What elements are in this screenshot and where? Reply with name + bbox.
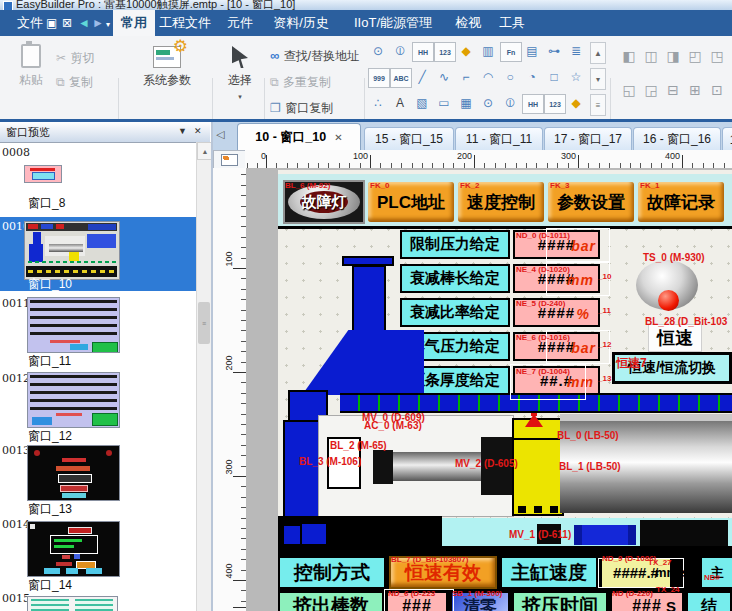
object-icon-text[interactable]: A xyxy=(390,94,410,112)
object-icon-grid[interactable]: ▦ xyxy=(456,94,476,112)
panel-dropdown-icon[interactable]: ▼ xyxy=(178,126,187,136)
object-icon-macro2[interactable]: ◆ xyxy=(566,94,586,112)
param-label-rod-length[interactable]: 衰减棒长给定 xyxy=(400,264,510,293)
object-icon-list[interactable]: ≣ xyxy=(566,42,586,60)
same-size-icon[interactable]: ⊡ xyxy=(708,82,726,98)
object-icon-slider[interactable]: ⊶ xyxy=(544,42,564,60)
right-cut-box-row2[interactable]: 结 xyxy=(686,591,732,611)
object-icon-999[interactable]: 999 xyxy=(368,68,390,88)
window-thumbnail-8[interactable] xyxy=(24,165,62,183)
object-scroll-down-button[interactable]: ▾ xyxy=(590,68,606,90)
object-icon-lamp2[interactable]: ⦶ xyxy=(500,94,520,112)
align-left-icon[interactable]: ◧ xyxy=(620,48,638,64)
object-icon-ascii[interactable]: ABC xyxy=(390,68,412,88)
object-icon-picture[interactable]: ▧ xyxy=(412,94,432,112)
control-mode-label[interactable]: 控制方式 xyxy=(278,556,386,589)
object-icon-polyline[interactable]: ⌐ xyxy=(456,68,476,86)
menu-tab-view[interactable]: 检视 xyxy=(446,10,490,36)
window-thumbnail-11[interactable] xyxy=(27,297,120,353)
object-icon-function[interactable]: Fn xyxy=(500,42,522,62)
window-copy-button[interactable]: ❐ 窗口复制 xyxy=(270,98,333,117)
menu-tab-objects[interactable]: 元件 xyxy=(218,10,262,36)
object-icon-window[interactable]: ▤ xyxy=(522,42,542,60)
object-icon-option-list[interactable]: ▥ xyxy=(478,42,498,60)
object-icon-frame[interactable]: ▭ xyxy=(434,94,454,112)
cut-button[interactable]: ✂ 剪切 xyxy=(56,48,95,67)
object-icon-word-lamp2[interactable]: HH xyxy=(522,94,544,114)
align-top-icon[interactable]: ◰ xyxy=(686,48,704,64)
object-icon-arc[interactable]: ◠ xyxy=(478,68,498,86)
select-button[interactable]: 选择 ▾ xyxy=(220,46,260,101)
window-thumbnail-14[interactable] xyxy=(27,521,120,577)
menu-tab-iiot-energy[interactable]: IIoT/能源管理 xyxy=(340,10,446,36)
align-right-icon[interactable]: ◨ xyxy=(664,48,682,64)
main-cylinder-speed-label[interactable]: 主缸速度 xyxy=(500,556,598,589)
window-label[interactable]: 窗口_14 xyxy=(28,577,72,594)
panel-close-icon[interactable]: ✕ xyxy=(194,126,202,136)
speed-state-text[interactable]: 恒速 xyxy=(648,324,702,352)
window-item-10-selected[interactable]: 0010 窗口_10 xyxy=(0,217,196,291)
object-icon-circle[interactable]: ○ xyxy=(500,68,520,86)
object-icon-lamp[interactable]: ⦶ xyxy=(390,42,410,60)
rod-count-label[interactable]: 挤出棒数 xyxy=(278,591,384,611)
tab-nav-left-icon[interactable]: ◁ xyxy=(216,128,224,141)
window-thumbnail-13[interactable] xyxy=(27,445,120,501)
tab-window-11[interactable]: 11 - 窗口_11 xyxy=(455,127,543,151)
tab-window-15[interactable]: 15 - 窗口_15 xyxy=(364,127,454,151)
object-scroll-up-button[interactable]: ▲ xyxy=(590,42,606,64)
object-scroll-more-button[interactable]: ≡ xyxy=(590,94,606,116)
object-icon-bulb2[interactable]: ⊙ xyxy=(478,94,498,112)
undo-icon[interactable]: ◄ xyxy=(78,17,90,29)
export-icon[interactable]: ⊠ xyxy=(62,17,72,29)
tab-window-10[interactable]: 10 - 窗口_10 ✕ xyxy=(237,123,361,151)
tab-close-icon[interactable]: ✕ xyxy=(334,132,342,143)
multi-copy-button[interactable]: ⧉ 多重复制 xyxy=(270,72,331,91)
same-height-icon[interactable]: ⊞ xyxy=(686,82,704,98)
window-thumbnail-15[interactable] xyxy=(27,596,118,611)
panel-scrollbar[interactable]: ▲ ≡ xyxy=(196,142,212,611)
system-parameters-button[interactable]: ⚙ 系统参数 xyxy=(130,46,204,89)
machine-piston-head[interactable] xyxy=(373,450,393,484)
press-time-label[interactable]: 挤压时间 xyxy=(512,591,608,611)
menu-tab-data-history[interactable]: 资料/历史 xyxy=(262,10,340,36)
object-icon-bulb[interactable]: ⊙ xyxy=(368,42,388,60)
object-icon-rectangle[interactable]: □ xyxy=(544,68,564,86)
object-icon-numeric2[interactable]: 123 xyxy=(544,94,566,114)
tab-window-next[interactable]: 1 xyxy=(722,127,732,151)
find-replace-button[interactable]: ∞ 查找/替换地址 xyxy=(270,46,359,65)
object-icon-wave[interactable]: ∿ xyxy=(434,68,454,86)
menu-tab-tools[interactable]: 工具 xyxy=(490,10,534,36)
same-width-icon[interactable]: ⊟ xyxy=(664,82,682,98)
object-icon-line[interactable]: ╱ xyxy=(412,68,432,86)
object-icon-numeric[interactable]: 123 xyxy=(434,42,456,62)
param-label-limit-pressure[interactable]: 限制压力给定 xyxy=(400,230,510,259)
object-icon-dots[interactable]: ∴ xyxy=(368,94,388,112)
outfeed-roller[interactable] xyxy=(574,525,636,545)
scrollbar-thumb[interactable]: ≡ xyxy=(198,302,210,344)
object-icon-macro[interactable]: ◆ xyxy=(456,42,476,60)
quickbar-more-icon[interactable]: ▾ xyxy=(106,19,110,31)
paste-button[interactable]: 粘贴 xyxy=(8,44,54,89)
window-thumbnail-10[interactable] xyxy=(24,221,120,280)
align-center-icon[interactable]: ◫ xyxy=(642,48,660,64)
tab-window-17[interactable]: 17 - 窗口_17 xyxy=(544,127,632,151)
distribute-icon[interactable]: ◲ xyxy=(642,82,660,98)
object-icon-pie[interactable]: ◔ xyxy=(522,68,542,86)
window-label[interactable]: 窗口_13 xyxy=(28,501,72,518)
align-middle-icon[interactable]: ◳ xyxy=(708,48,726,64)
design-canvas[interactable]: 故障灯 BL_6 (M-92) PLC地址 FK_0 速度控制 FK_2 参数设… xyxy=(246,168,732,611)
machine-conveyor[interactable] xyxy=(340,393,732,413)
menu-tab-project[interactable]: 工程文件 xyxy=(152,10,218,36)
window-thumbnail-12[interactable] xyxy=(27,372,120,428)
save-icon[interactable]: ▣ xyxy=(46,17,57,29)
redo-icon[interactable]: ► xyxy=(92,17,104,29)
align-bottom-icon[interactable]: ◱ xyxy=(620,82,638,98)
window-label[interactable]: 窗口_10 xyxy=(28,276,72,293)
window-label[interactable]: 窗口_11 xyxy=(28,353,71,370)
machine-chimney[interactable] xyxy=(352,265,386,337)
object-icon-word-lamp[interactable]: HH xyxy=(412,42,434,62)
window-label[interactable]: 窗口_12 xyxy=(28,428,72,445)
select-dropdown-icon[interactable]: ▾ xyxy=(238,93,242,101)
window-label[interactable]: 窗口_8 xyxy=(28,195,65,212)
menu-tab-home[interactable]: 常用 xyxy=(113,10,155,36)
